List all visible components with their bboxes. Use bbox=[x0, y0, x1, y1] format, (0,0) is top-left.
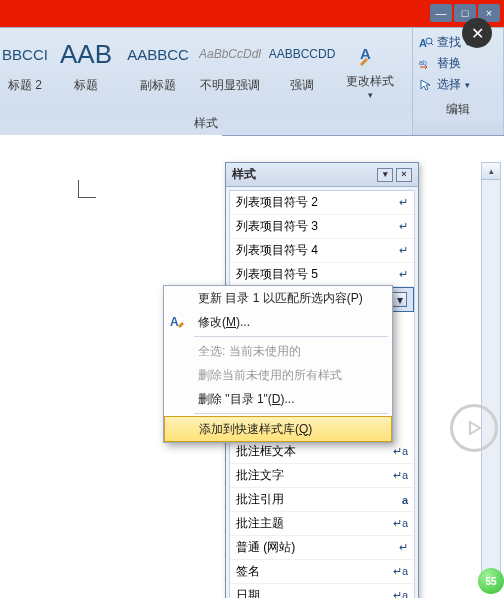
style-item[interactable]: 批注框文本↵a bbox=[230, 440, 414, 464]
play-circle-icon[interactable] bbox=[450, 404, 498, 452]
window-buttons: — □ × bbox=[430, 4, 500, 22]
style-item[interactable]: 列表项目符号 3↵ bbox=[230, 215, 414, 239]
style-item[interactable]: 签名↵a bbox=[230, 560, 414, 584]
style-tile-emphasis[interactable]: AABBCCDD 强调 bbox=[266, 28, 338, 113]
styles-gallery[interactable]: BBCCI 标题 2 AAB 标题 AABBCC 副标题 AaBbCcDdl 不… bbox=[0, 28, 412, 113]
menu-separator bbox=[194, 413, 388, 414]
style-item[interactable]: 批注引用a bbox=[230, 488, 414, 512]
style-item[interactable]: 日期↵a bbox=[230, 584, 414, 598]
menu-delete-style[interactable]: 删除 "目录 1"(D)... bbox=[164, 387, 392, 411]
svg-text:A: A bbox=[170, 315, 179, 329]
group-label-edit: 编辑 bbox=[413, 99, 503, 121]
svg-text:ab: ab bbox=[419, 59, 427, 66]
menu-select-all: 全选: 当前未使用的 bbox=[164, 339, 392, 363]
pane-close-icon[interactable]: × bbox=[396, 168, 412, 182]
group-label-styles: 样式 bbox=[0, 113, 412, 135]
svg-line-3 bbox=[431, 43, 433, 45]
select-button[interactable]: 选择▾ bbox=[419, 74, 497, 95]
style-item[interactable]: 普通 (网站)↵ bbox=[230, 536, 414, 560]
style-tile-subtitle[interactable]: AABBCC 副标题 bbox=[122, 28, 194, 113]
svg-text:A: A bbox=[419, 37, 427, 49]
overlay-close-icon[interactable]: ✕ bbox=[462, 18, 492, 48]
change-styles-icon: A bbox=[356, 41, 384, 69]
status-badge[interactable]: 55 bbox=[478, 568, 504, 594]
change-styles-button[interactable]: A 更改样式 ▾ bbox=[338, 28, 402, 113]
menu-delete-all-unused: 删除当前未使用的所有样式 bbox=[164, 363, 392, 387]
style-tile-subtle-emphasis[interactable]: AaBbCcDdl 不明显强调 bbox=[194, 28, 266, 113]
pane-title: 样式 bbox=[232, 166, 256, 183]
page-corner-mark bbox=[78, 180, 100, 202]
style-item[interactable]: 列表项目符号 2↵ bbox=[230, 191, 414, 215]
menu-separator bbox=[194, 336, 388, 337]
pane-dropdown-icon[interactable]: ▾ bbox=[377, 168, 393, 182]
style-item[interactable]: 批注主题↵a bbox=[230, 512, 414, 536]
ribbon: BBCCI 标题 2 AAB 标题 AABBCC 副标题 AaBbCcDdl 不… bbox=[0, 27, 504, 136]
scroll-up-icon[interactable]: ▴ bbox=[482, 163, 500, 180]
style-item[interactable]: 列表项目符号 4↵ bbox=[230, 239, 414, 263]
style-item[interactable]: 列表项目符号 5↵ bbox=[230, 263, 414, 287]
pane-title-bar[interactable]: 样式 ▾ × bbox=[226, 163, 418, 187]
style-item[interactable]: 批注文字↵a bbox=[230, 464, 414, 488]
menu-modify[interactable]: A 修改(M)... bbox=[164, 310, 392, 334]
style-tile-heading2[interactable]: BBCCI 标题 2 bbox=[0, 28, 50, 113]
menu-add-to-quick-styles[interactable]: 添加到快速样式库(Q) bbox=[164, 416, 392, 442]
style-context-menu: 更新 目录 1 以匹配所选内容(P) A 修改(M)... 全选: 当前未使用的… bbox=[163, 285, 393, 443]
modify-icon: A bbox=[164, 314, 190, 330]
style-item-dropdown-icon[interactable]: ▾ bbox=[392, 292, 407, 307]
menu-update-to-match[interactable]: 更新 目录 1 以匹配所选内容(P) bbox=[164, 286, 392, 310]
replace-button[interactable]: ab 替换 bbox=[419, 53, 497, 74]
minimize-button[interactable]: — bbox=[430, 4, 452, 22]
style-tile-title[interactable]: AAB 标题 bbox=[50, 28, 122, 113]
title-bar bbox=[0, 0, 504, 27]
vertical-scrollbar[interactable]: ▴ bbox=[481, 162, 501, 574]
